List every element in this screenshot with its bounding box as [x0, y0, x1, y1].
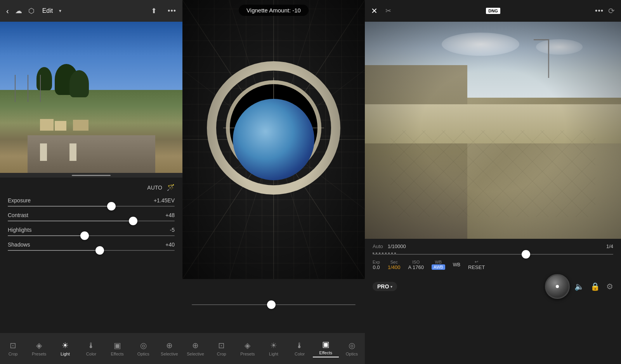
exposure-value: +1.45EV: [154, 197, 175, 204]
color-icon: 🌡: [87, 341, 95, 350]
tab2-presets[interactable]: ◈ Presets: [234, 333, 260, 364]
vignette-slider-track[interactable]: [192, 304, 356, 305]
panel1-scrubber[interactable]: [0, 173, 182, 178]
color2-icon: 🌡: [296, 341, 304, 350]
selective-icon: ⊕: [166, 341, 173, 350]
pro-button[interactable]: PRO ▾: [373, 282, 397, 291]
tab2-crop[interactable]: ⊡ Crop: [208, 333, 234, 364]
p3-auto-label: Auto: [373, 243, 383, 249]
bollard2: [69, 143, 76, 161]
panel2-slider-area: [182, 279, 365, 333]
panel1-header: ‹ ☁ ⬡ Edit ▾ ⬆ •••: [0, 0, 182, 22]
settings-icon[interactable]: ⚙: [606, 282, 613, 291]
tools-icon[interactable]: ✂: [385, 7, 391, 15]
iso-label: ISO: [412, 260, 420, 264]
tab2-optics[interactable]: ◎ Optics: [339, 333, 365, 364]
tab2-light-label: Light: [269, 352, 278, 356]
tab2-color[interactable]: 🌡 Color: [287, 333, 313, 364]
tab-light-label: Light: [61, 352, 70, 356]
presets-icon: ◈: [36, 341, 42, 350]
speaker-icon[interactable]: 🔈: [574, 282, 584, 291]
highlights-thumb[interactable]: [80, 231, 89, 240]
shutter-dial[interactable]: [545, 274, 570, 299]
cloud-icon[interactable]: ☁: [15, 7, 22, 15]
tab2-selective-label: Selective: [187, 352, 204, 356]
param-wb[interactable]: WB AWB: [432, 260, 445, 270]
edit-chevron-icon[interactable]: ▾: [59, 8, 61, 14]
tab-light[interactable]: ☀ Light: [52, 333, 78, 364]
exposure-track[interactable]: [8, 206, 175, 207]
tab2-light[interactable]: ☀ Light: [260, 333, 286, 364]
wand-icon[interactable]: 🪄: [167, 184, 175, 191]
shadows-thumb[interactable]: [95, 246, 104, 255]
auto-button[interactable]: AUTO: [147, 185, 162, 191]
auto-wb-value: WB: [453, 262, 460, 267]
contrast-thumb[interactable]: [129, 217, 137, 225]
tab-color[interactable]: 🌡 Color: [78, 333, 104, 364]
p3-bottom-row: PRO ▾ 🔈 🔒 ⚙: [373, 274, 613, 299]
tab-optics[interactable]: ◎ Optics: [130, 333, 156, 364]
param-auto-wb[interactable]: WB: [453, 262, 460, 267]
dng-badge: DNG: [486, 8, 500, 14]
panel1-controls: AUTO 🪄 Exposure +1.45EV Contrast +48: [0, 178, 182, 333]
highlights-slider-row: Highlights -5: [8, 227, 175, 236]
tree2: [69, 70, 89, 97]
wb-label: WB: [435, 260, 442, 264]
tree3: [36, 67, 52, 90]
sec-label: Sec: [390, 260, 398, 264]
exposure-thumb[interactable]: [107, 202, 116, 210]
highlights-value: -5: [170, 227, 175, 233]
param-reset[interactable]: ↩ RESET: [468, 259, 485, 270]
house1: [40, 119, 54, 131]
presets2-icon: ◈: [245, 341, 250, 350]
back-button[interactable]: ‹: [6, 7, 9, 16]
tab-crop[interactable]: ⊡ Crop: [0, 333, 26, 364]
panel3-photo: [365, 22, 621, 239]
contrast-value: +48: [165, 212, 175, 218]
optics2-icon: ◎: [349, 341, 355, 350]
exp-value: 0.0: [373, 264, 380, 270]
light2-icon: ☀: [270, 341, 277, 350]
shadows-label: Shadows: [8, 242, 30, 248]
more-icon[interactable]: •••: [168, 7, 176, 15]
param-exp: Exp 0.0: [373, 260, 380, 270]
powerline3: [15, 75, 16, 102]
tab-effects[interactable]: ▣ Effects: [104, 333, 130, 364]
panel2-bottom-tabs: ⊕ Selective ⊡ Crop ◈ Presets ☀ Light 🌡 C…: [182, 333, 365, 364]
lock-icon[interactable]: 🔒: [590, 282, 600, 291]
contrast-track[interactable]: [8, 221, 175, 221]
exposure-label: Exposure: [8, 197, 31, 204]
wb-value: AWB: [432, 264, 445, 270]
p3-time-label: 1/10000: [388, 243, 406, 249]
panel3-header: ✕ ✂ DNG ••• ⟳: [365, 0, 621, 22]
tab2-presets-label: Presets: [240, 352, 255, 356]
tab-crop-label: Crop: [9, 352, 18, 356]
tab-selective[interactable]: ⊕ Selective: [156, 333, 182, 364]
panel3-more-icon[interactable]: •••: [595, 7, 604, 15]
shadows-track[interactable]: [8, 250, 175, 251]
pro-label: PRO: [377, 283, 389, 290]
tab-presets[interactable]: ◈ Presets: [26, 333, 52, 364]
close-button[interactable]: ✕: [371, 6, 378, 16]
edit-label: Edit: [42, 7, 53, 14]
light-icon: ☀: [62, 341, 69, 350]
highlights-track[interactable]: [8, 235, 175, 236]
reset-label: RESET: [468, 264, 485, 270]
p3-slider-area: [373, 254, 613, 255]
share-icon[interactable]: ⬆: [151, 7, 157, 15]
p3-slider-track[interactable]: [373, 254, 613, 255]
param-iso[interactable]: ISO A 1760: [408, 260, 424, 270]
house2: [55, 121, 66, 131]
exp-label: Exp: [373, 260, 380, 264]
panel2-photo: Vignette Amount: -10: [182, 0, 365, 279]
param-sec[interactable]: Sec 1/400: [388, 260, 401, 270]
tab2-selective[interactable]: ⊕ Selective: [182, 333, 208, 364]
p3-slider-thumb[interactable]: [522, 250, 530, 259]
scrubber-line: [72, 175, 111, 176]
crop-icon: ⊡: [10, 341, 16, 350]
compare-icon[interactable]: ⬡: [28, 7, 35, 15]
tab2-effects[interactable]: ▣ Effects: [313, 333, 339, 364]
reset-icon-label: ↩: [475, 259, 478, 264]
vignette-slider-thumb[interactable]: [267, 300, 276, 309]
refresh-icon[interactable]: ⟳: [608, 6, 615, 16]
